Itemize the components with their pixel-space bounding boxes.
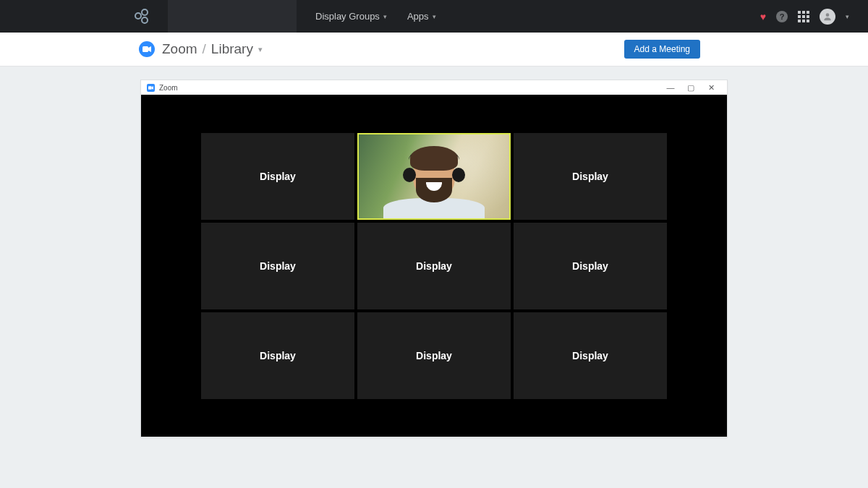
top-nav: Display Groups ▾ Apps ▾ ♥ ? ▾ [0,0,868,33]
heart-icon[interactable]: ♥ [760,11,766,22]
tile-label: Display [260,171,296,182]
stage: Zoom — ▢ ✕ Display DisplayDisplayDisplay… [0,67,868,437]
chevron-down-icon: ▾ [383,13,387,20]
video-tile-active[interactable] [357,133,511,220]
svg-point-0 [826,13,830,17]
breadcrumb-app: Zoom [162,41,197,57]
video-tile[interactable]: Display [201,133,354,220]
tile-label: Display [260,350,296,361]
help-icon[interactable]: ? [776,11,788,22]
chevron-down-icon: ▾ [258,45,263,54]
video-tile[interactable]: Display [514,223,667,309]
video-tile[interactable]: Display [201,223,354,309]
nav-display-groups-label: Display Groups [315,11,380,22]
user-avatar[interactable] [820,9,835,25]
zoom-app-icon [139,41,155,57]
svg-rect-1 [142,46,148,52]
participant-portrait [406,146,462,213]
logo-icon [135,9,150,25]
chevron-down-icon[interactable]: ▾ [846,13,849,20]
breadcrumb-section: Library [211,41,253,57]
video-tile[interactable]: Display [201,312,354,399]
zoom-titlebar: Zoom — ▢ ✕ [141,80,727,95]
zoom-titlebar-title: Zoom [159,84,178,92]
nav-display-groups[interactable]: Display Groups ▾ [315,11,387,22]
breadcrumb-separator: / [203,41,206,57]
video-tile[interactable]: Display [357,223,511,309]
window-minimize-button[interactable]: — [660,83,681,92]
nav-apps[interactable]: Apps ▾ [407,11,436,22]
nav-apps-label: Apps [407,11,429,22]
sub-header: Zoom / Library ▾ Add a Meeting [0,33,868,67]
video-tile[interactable]: Display [357,312,511,399]
window-maximize-button[interactable]: ▢ [681,83,701,93]
video-tile[interactable]: Display [514,133,667,220]
window-close-button[interactable]: ✕ [701,83,721,93]
apps-grid-icon[interactable] [798,11,809,22]
tile-label: Display [572,171,608,182]
svg-rect-2 [148,86,152,90]
zoom-window: Zoom — ▢ ✕ Display DisplayDisplayDisplay… [140,80,728,437]
tile-label: Display [572,260,608,272]
tile-label: Display [572,350,608,361]
nav-active-slot [168,0,297,33]
breadcrumb[interactable]: Zoom / Library ▾ [162,41,263,57]
chevron-down-icon: ▾ [433,13,436,20]
tile-label: Display [416,350,452,361]
brand-logo[interactable] [0,0,168,33]
video-tile[interactable]: Display [514,312,667,399]
zoom-titlebar-icon [147,84,155,92]
zoom-body: Display DisplayDisplayDisplayDisplayDisp… [141,95,727,437]
add-meeting-button[interactable]: Add a Meeting [624,40,700,59]
tile-label: Display [260,260,296,272]
tile-label: Display [416,260,452,272]
video-grid: Display DisplayDisplayDisplayDisplayDisp… [201,133,667,399]
